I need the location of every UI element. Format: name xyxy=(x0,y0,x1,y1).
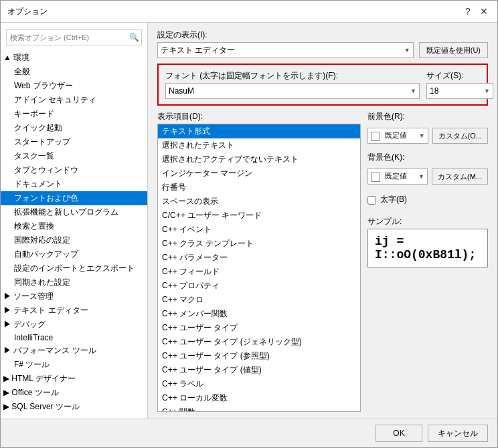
list-item[interactable]: C++ メンバー関数 xyxy=(158,307,360,321)
tree-item-debug[interactable]: ▶ デバッグ xyxy=(1,318,147,332)
tree-item-intl[interactable]: 国際対応の設定 xyxy=(1,233,147,247)
items-list-col: 表示項目(D): テキスト形式選択されたテキスト選択されたアクティブでないテキス… xyxy=(157,111,361,412)
list-item[interactable]: スペースの表示 xyxy=(158,195,360,209)
list-item[interactable]: C++ パラメーター xyxy=(158,251,360,265)
custom-back-button[interactable]: カスタム(M... xyxy=(432,169,488,185)
list-item[interactable]: C++ マクロ xyxy=(158,293,360,307)
tree-item-office[interactable]: ▶ Office ツール xyxy=(1,386,147,400)
font-label: フォント (太字は固定幅フォントを示します)(F): xyxy=(165,70,420,82)
list-item[interactable]: C++ クラス テンプレート xyxy=(158,237,360,251)
list-item[interactable]: C++ ラベル xyxy=(158,377,360,391)
font-group: フォント (太字は固定幅フォントを示します)(F): NasuM ▼ xyxy=(165,70,420,99)
tree-item-fontcolor[interactable]: フォントおよび色 xyxy=(1,191,147,205)
dialog-title: オプション xyxy=(7,6,48,17)
tree-item-adsec[interactable]: アドイン セキュリティ xyxy=(1,93,147,107)
display-dropdown-row: テキスト エディター ▼ 既定値を使用(U) xyxy=(157,42,488,58)
size-label: サイズ(S): xyxy=(426,70,480,82)
title-bar: オプション ? ✕ xyxy=(1,1,497,23)
list-item[interactable]: C++ フィールド xyxy=(158,265,360,279)
default-button[interactable]: 既定値を使用(U) xyxy=(419,42,488,58)
tree-item-env[interactable]: ▲ 環境 xyxy=(1,51,147,65)
backcolor-label: 背景色(K): xyxy=(367,152,488,163)
tree-item-source[interactable]: ▶ ソース管理 xyxy=(1,290,147,304)
tree-item-importexport[interactable]: 設定のインポートとエクスポート xyxy=(1,261,147,275)
list-item[interactable]: C++ ローカル変数 xyxy=(158,391,360,405)
list-item[interactable]: C++ ユーザー タイプ (ジェネリック型) xyxy=(158,335,360,349)
tree-item-perf[interactable]: ▶ パフォーマンス ツール xyxy=(1,344,147,358)
display-dropdown-value: テキスト エディター xyxy=(161,45,235,56)
list-item[interactable]: C++ 関数 xyxy=(158,405,360,412)
search-icon-button[interactable]: 🔍 xyxy=(127,30,141,45)
left-panel: 🔍 ▲ 環境全般Web ブラウザーアドイン セキュリティキーボードクイック起動ス… xyxy=(1,23,148,419)
close-button[interactable]: ✕ xyxy=(477,5,491,18)
tree-item-texteditor[interactable]: ▶ テキスト エディター xyxy=(1,304,147,318)
list-item[interactable]: インジケーター マージン xyxy=(158,166,360,181)
tree-item-sync[interactable]: 同期された設定 xyxy=(1,275,147,290)
tree-item-document[interactable]: ドキュメント xyxy=(1,177,147,191)
forecolor-dropdown[interactable]: 既定値 ▼ xyxy=(367,128,428,144)
tree-item-backup[interactable]: 自動バックアップ xyxy=(1,247,147,261)
list-item[interactable]: 選択されたテキスト xyxy=(158,138,360,152)
display-label: 設定の表示(I): xyxy=(157,29,488,41)
list-item[interactable]: C++ プロパティ xyxy=(158,279,360,293)
tree-item-web[interactable]: Web ブラウザー xyxy=(1,79,147,93)
custom-fore-button[interactable]: カスタム(O... xyxy=(432,128,488,144)
font-dropdown-arrow: ▼ xyxy=(410,88,416,94)
search-input[interactable] xyxy=(7,31,127,43)
tree-item-keyboard[interactable]: キーボード xyxy=(1,107,147,121)
tree-item-quick[interactable]: クイック起動 xyxy=(1,121,147,135)
sample-box: ij = I::oO(0xB81l); xyxy=(367,229,488,267)
tree-item-general[interactable]: 全般 xyxy=(1,65,147,79)
tree-item-startup[interactable]: スタートアップ xyxy=(1,135,147,149)
forecolor-dropdown-row: 既定値 ▼ カスタム(O... xyxy=(367,128,488,144)
size-dropdown-arrow: ▼ xyxy=(484,88,490,94)
sample-section: サンプル: ij = I::oO(0xB81l); xyxy=(367,216,488,267)
ok-button[interactable]: OK xyxy=(376,425,422,442)
display-setting-row: 設定の表示(I): テキスト エディター ▼ 既定値を使用(U) xyxy=(157,29,488,58)
backcolor-dropdown-arrow: ▼ xyxy=(418,173,424,180)
tree-item-htmldesigner[interactable]: ▶ HTML デザイナー xyxy=(1,372,147,386)
list-item[interactable]: C++ ユーザー タイプ (値型) xyxy=(158,363,360,377)
display-items-list[interactable]: テキスト形式選択されたテキスト選択されたアクティブでないテキストインジケーター … xyxy=(157,124,361,412)
size-dropdown[interactable]: 18 ▼ xyxy=(426,83,493,99)
backcolor-dropdown-row: 既定値 ▼ カスタム(M... xyxy=(367,169,488,185)
tree-container: ▲ 環境全般Web ブラウザーアドイン セキュリティキーボードクイック起動スター… xyxy=(1,51,147,415)
forecolor-dropdown-arrow: ▼ xyxy=(419,132,425,139)
items-color-section: 表示項目(D): テキスト形式選択されたテキスト選択されたアクティブでないテキス… xyxy=(157,111,488,412)
bold-checkbox[interactable] xyxy=(367,196,376,205)
display-dropdown[interactable]: テキスト エディター ▼ xyxy=(157,42,414,58)
list-item[interactable]: C++ ユーザー タイプ xyxy=(158,321,360,335)
title-buttons: ? ✕ xyxy=(461,5,491,18)
tree-item-sqlserver[interactable]: ▶ SQL Server ツール xyxy=(1,400,147,414)
backcolor-dropdown[interactable]: 既定値 ▼ xyxy=(367,169,428,185)
list-item[interactable]: テキスト形式 xyxy=(158,124,360,138)
tree-item-intellitrace[interactable]: IntelliTrace xyxy=(1,332,147,344)
tree-item-webperf[interactable]: ▶ Web パフォーマンス テスト ツール xyxy=(1,414,147,415)
color-col: 前景色(R): 既定値 ▼ カスタム(O... xyxy=(367,111,488,412)
bold-label: 太字(B) xyxy=(380,194,407,205)
font-dropdown-value: NasuM xyxy=(169,86,194,96)
tree-item-tasklist[interactable]: タスク一覧 xyxy=(1,149,147,163)
fore-color-swatch xyxy=(371,132,380,141)
list-item[interactable]: C/C++ ユーザー キーワード xyxy=(158,209,360,223)
font-dropdown[interactable]: NasuM ▼ xyxy=(165,83,420,99)
list-item[interactable]: C++ ユーザー タイプ (参照型) xyxy=(158,349,360,363)
search-bar: 🔍 xyxy=(6,29,142,45)
forecolor-row: 既定値 ▼ カスタム(O... xyxy=(367,128,488,144)
list-item[interactable]: C++ イベント xyxy=(158,223,360,237)
fore-color-swatch-wrapper: 既定値 xyxy=(371,130,407,140)
backcolor-value: 既定値 xyxy=(385,172,407,180)
list-item[interactable]: 選択されたアクティブでないテキスト xyxy=(158,152,360,166)
tree-item-ext[interactable]: 拡張機能と新しいプログラム xyxy=(1,205,147,219)
dialog-body: 🔍 ▲ 環境全般Web ブラウザーアドイン セキュリティキーボードクイック起動ス… xyxy=(1,23,497,419)
sample-label: サンプル: xyxy=(367,216,488,227)
bottom-bar: OK キャンセル xyxy=(1,419,497,447)
tree-item-tabwin[interactable]: タブとウィンドウ xyxy=(1,163,147,177)
cancel-button[interactable]: キャンセル xyxy=(428,425,488,442)
tree-item-findreplace[interactable]: 検索と置換 xyxy=(1,219,147,233)
title-bar-left: オプション xyxy=(7,6,48,17)
forecolor-label: 前景色(R): xyxy=(367,111,488,122)
help-button[interactable]: ? xyxy=(461,5,475,18)
tree-item-fsharp[interactable]: F# ツール xyxy=(1,358,147,372)
list-item[interactable]: 行番号 xyxy=(158,181,360,195)
